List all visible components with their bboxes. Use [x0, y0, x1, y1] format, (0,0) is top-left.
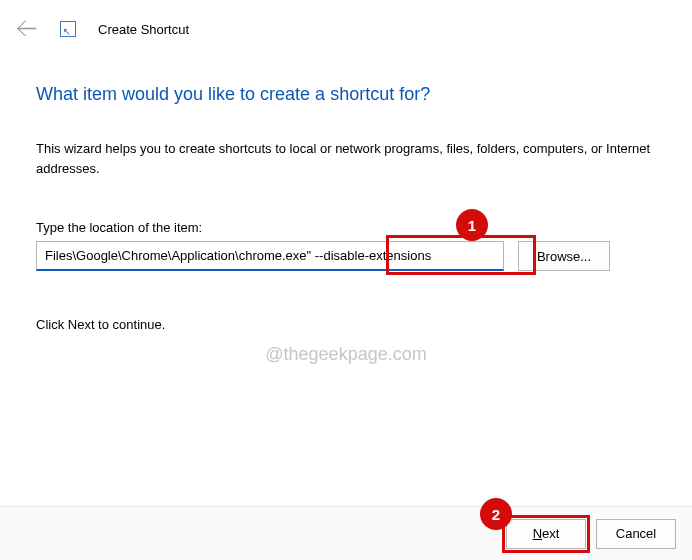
next-button[interactable]: Next [506, 519, 586, 549]
wizard-content: What item would you like to create a sho… [0, 40, 692, 332]
browse-button[interactable]: Browse... [518, 241, 610, 271]
wizard-question: What item would you like to create a sho… [36, 84, 656, 105]
watermark-text: @thegeekpage.com [265, 344, 426, 365]
wizard-footer: Next Cancel [0, 506, 692, 560]
cancel-button[interactable]: Cancel [596, 519, 676, 549]
location-input-wrap: Files\Google\Chrome\Application\chrome.e… [36, 241, 504, 271]
location-label: Type the location of the item: [36, 220, 656, 235]
next-rest: ext [542, 526, 559, 541]
wizard-description: This wizard helps you to create shortcut… [36, 139, 656, 178]
shortcut-icon [60, 21, 76, 37]
wizard-header: 🡠 Create Shortcut [0, 0, 692, 40]
location-input[interactable]: Files\Google\Chrome\Application\chrome.e… [36, 241, 504, 271]
continue-hint: Click Next to continue. [36, 317, 656, 332]
wizard-title: Create Shortcut [98, 22, 189, 37]
location-row: Files\Google\Chrome\Application\chrome.e… [36, 241, 656, 271]
next-accel: N [533, 526, 542, 541]
back-arrow-icon[interactable]: 🡠 [16, 18, 38, 40]
